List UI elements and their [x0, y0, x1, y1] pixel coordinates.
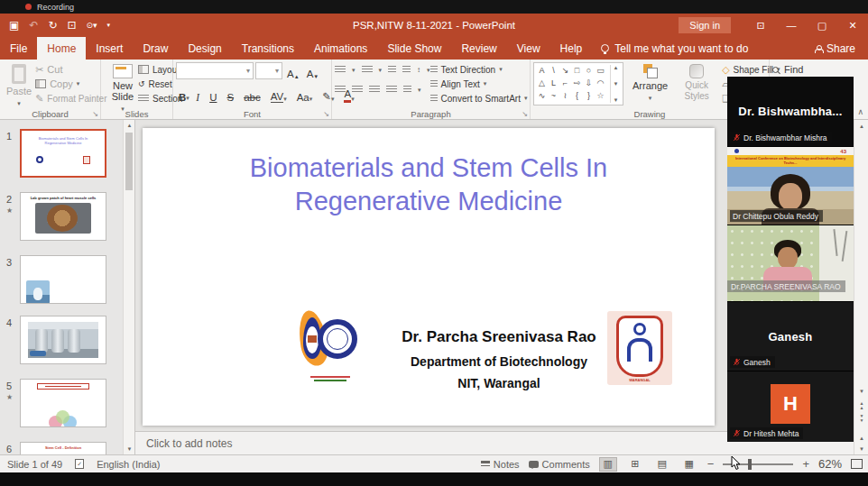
copy-button[interactable]: Copy▾ [35, 77, 106, 91]
shape-gallery-item[interactable]: } [583, 90, 595, 101]
find-button[interactable]: Find [772, 62, 865, 77]
new-slide-button[interactable]: New Slide ▾ [104, 62, 142, 116]
normal-view-button[interactable]: ▥ [599, 457, 617, 472]
redo-icon[interactable]: ↻ [48, 19, 57, 32]
tab-help[interactable]: Help [550, 37, 593, 60]
shape-gallery-item[interactable]: ◠ [595, 78, 606, 88]
line-spacing-icon[interactable]: ↕ [417, 66, 420, 74]
paste-button[interactable]: Paste ▾ [3, 62, 35, 111]
justify-icon[interactable] [386, 86, 397, 94]
tab-slide-show[interactable]: Slide Show [377, 37, 451, 60]
quick-styles-button[interactable]: Quick Styles [677, 62, 716, 105]
shape-gallery-item[interactable]: ~ [548, 90, 559, 101]
align-right-icon[interactable] [369, 86, 380, 94]
current-slide[interactable]: Biomaterials and Stem Cells In Regenerat… [143, 128, 715, 426]
ribbon-display-options-button[interactable]: ⊡ [745, 14, 776, 37]
participant-tile-parcha[interactable]: Dr.PARCHA SREENIVASA RAO [727, 225, 854, 302]
increase-indent-icon[interactable] [402, 66, 411, 74]
slideshow-view-button[interactable]: ▦ [680, 457, 698, 472]
tab-insert[interactable]: Insert [86, 37, 133, 60]
clipboard-dialog-launcher[interactable]: ↘ [92, 110, 98, 118]
italic-button[interactable]: I [193, 87, 202, 103]
shape-gallery-item[interactable]: ⇨ [571, 78, 583, 88]
slide-thumbnail-3[interactable] [20, 255, 106, 304]
text-shadow-button[interactable]: abc [241, 87, 263, 103]
gallery-scroll-up-icon[interactable]: ▲ [614, 65, 619, 70]
scroll-up-icon[interactable]: ▲ [124, 123, 135, 128]
shape-gallery-item[interactable]: □ [571, 65, 583, 76]
tab-design[interactable]: Design [178, 37, 231, 60]
collapse-ribbon-icon[interactable]: ∧ [857, 107, 863, 116]
slide-thumbnail-5[interactable] [20, 379, 106, 427]
format-painter-button[interactable]: ✎Format Painter [35, 91, 106, 105]
presenter-icon[interactable]: ⊙▾ [87, 21, 97, 30]
thumbnail-scrollbar[interactable]: ▲ ▼ [123, 120, 134, 454]
align-left-icon[interactable] [335, 86, 346, 94]
gallery-more-icon[interactable]: ▼ [614, 97, 619, 103]
character-spacing-button[interactable]: AV▾ [268, 87, 290, 103]
spell-check-icon[interactable]: ✓ [75, 459, 84, 469]
shrink-font-button[interactable]: A▼ [304, 63, 322, 79]
paragraph-dialog-launcher[interactable]: ↘ [522, 110, 528, 118]
fit-slide-button[interactable] [851, 459, 863, 469]
shape-gallery-item[interactable]: ⇩ [583, 78, 595, 88]
scroll-down-icon[interactable]: ▼ [124, 446, 135, 452]
undo-icon[interactable]: ↶ [29, 19, 38, 32]
scroll-down-icon[interactable]: ▼ [854, 389, 868, 394]
slide-sorter-view-button[interactable]: ⊞ [626, 457, 644, 472]
gallery-scroll-down-icon[interactable]: ▼ [614, 81, 619, 87]
tab-animations[interactable]: Animations [304, 37, 377, 60]
reading-view-button[interactable]: ▤ [653, 457, 671, 472]
maximize-button[interactable]: ▢ [807, 14, 837, 37]
shape-gallery-item[interactable]: ≀ [559, 90, 571, 101]
close-button[interactable]: ✕ [837, 14, 868, 37]
start-slideshow-icon[interactable]: ⊡ [67, 19, 76, 32]
shape-gallery-item[interactable]: ☆ [595, 90, 606, 101]
customize-qat-icon[interactable]: ▾ [107, 22, 111, 29]
scroll-up-icon[interactable]: ▲ [854, 124, 868, 129]
align-center-icon[interactable] [352, 86, 363, 94]
sign-in-button[interactable]: Sign in [679, 17, 731, 33]
columns-icon[interactable] [403, 86, 411, 94]
zoom-out-button[interactable]: − [707, 457, 715, 471]
bullets-icon[interactable] [335, 66, 346, 74]
cut-button[interactable]: ✂Cut [35, 62, 106, 77]
slide-thumbnail-6[interactable]: Stem Cell - Definition [20, 442, 106, 454]
bold-button[interactable]: B [176, 87, 189, 103]
numbering-icon[interactable] [362, 66, 373, 74]
zoom-in-button[interactable]: + [802, 457, 809, 471]
scroll-up-icon[interactable]: ▲ [854, 436, 868, 441]
slide-thumbnail-4[interactable] [20, 316, 106, 364]
underline-button[interactable]: U [207, 87, 219, 103]
participant-tile-chittepu[interactable]: 43 International Conference on Biotechno… [727, 147, 854, 225]
tab-transitions[interactable]: Transitions [232, 37, 304, 60]
language-indicator[interactable]: English (India) [97, 459, 160, 470]
convert-smartart-button[interactable]: Convert to SmartArt▾ [430, 91, 528, 105]
font-dialog-launcher[interactable]: ↘ [323, 110, 329, 118]
tab-file[interactable]: File [0, 37, 37, 60]
shape-gallery-item[interactable]: L [548, 78, 559, 88]
arrange-button[interactable]: Arrange ▾ [629, 62, 671, 105]
previous-slide-button[interactable]: ▲▲ [854, 401, 868, 410]
grow-font-button[interactable]: A▲ [284, 63, 302, 79]
shape-gallery-item[interactable]: ▭ [595, 65, 606, 76]
text-direction-button[interactable]: Text Direction▾ [430, 62, 528, 77]
scroll-down-icon[interactable]: ▼ [854, 446, 868, 452]
decrease-indent-icon[interactable] [388, 66, 396, 74]
strikethrough-button[interactable]: S [224, 87, 236, 103]
shape-gallery-item[interactable]: \ [548, 65, 559, 76]
zoom-percentage[interactable]: 62% [818, 457, 842, 471]
align-text-button[interactable]: Align Text▾ [430, 77, 528, 91]
shape-gallery-item[interactable]: { [571, 90, 583, 101]
share-button[interactable]: Share [802, 37, 868, 60]
minimize-button[interactable]: — [776, 14, 807, 37]
zoom-slider-thumb[interactable] [748, 459, 752, 470]
slide-thumbnail-1[interactable]: Biomaterials and Stem Cells In Regenerat… [20, 129, 106, 178]
slide-vertical-scrollbar[interactable]: ▲ ▼ ▲▲ ▼▼ ▲ ▼ [854, 120, 868, 454]
save-icon[interactable]: ▣ [9, 19, 19, 32]
shape-gallery-item[interactable]: ○ [583, 65, 595, 76]
change-case-button[interactable]: Aa▾ [294, 87, 316, 103]
next-slide-button[interactable]: ▼▼ [854, 414, 868, 423]
tab-view[interactable]: View [507, 37, 550, 60]
participant-tile-ganesh[interactable]: Ganesh Ganesh [727, 302, 854, 371]
